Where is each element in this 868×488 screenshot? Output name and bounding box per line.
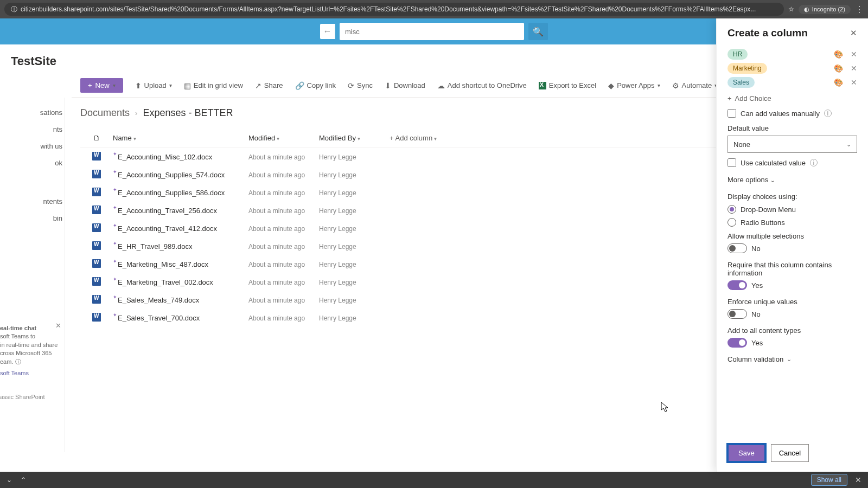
palette-icon[interactable]: 🎨 xyxy=(834,64,843,73)
column-header-modified[interactable]: Modified▾ xyxy=(248,134,319,142)
nav-item[interactable]: ntents xyxy=(0,193,65,210)
new-indicator-icon: ✦ xyxy=(113,294,117,300)
file-name[interactable]: E_Accounting_Supplies_574.docx xyxy=(118,171,225,179)
allow-multi-toggle[interactable] xyxy=(727,243,747,253)
file-type-icon-header[interactable]: 🗋 xyxy=(80,134,113,142)
add-shortcut-button[interactable]: ☁Add shortcut to OneDrive xyxy=(432,78,532,93)
file-name[interactable]: E_Accounting_Travel_256.docx xyxy=(118,207,217,215)
bookmark-star-icon[interactable]: ☆ xyxy=(788,5,794,13)
palette-icon[interactable]: 🎨 xyxy=(834,78,843,87)
modified-by-cell: Henry Legge xyxy=(319,171,390,179)
word-doc-icon xyxy=(92,152,101,160)
remove-choice-icon[interactable]: ✕ xyxy=(851,64,857,73)
share-button[interactable]: ↗Share xyxy=(250,78,289,93)
file-name[interactable]: E_HR_Travel_989.docx xyxy=(118,242,193,251)
chevron-right-icon: › xyxy=(135,109,137,117)
content-types-label: Add to all content types xyxy=(727,326,857,335)
incognito-icon: ◐ xyxy=(804,6,809,13)
nav-item[interactable]: with us xyxy=(0,138,65,155)
automate-button[interactable]: ⚙Automate▾ xyxy=(667,78,723,93)
calculated-value-checkbox[interactable] xyxy=(727,158,736,167)
classic-sharepoint-link[interactable]: assic SharePoint xyxy=(0,394,65,400)
browser-menu-icon[interactable]: ⋮ xyxy=(855,4,864,15)
unique-toggle[interactable] xyxy=(727,309,747,319)
new-indicator-icon: ✦ xyxy=(113,187,117,192)
more-options-toggle[interactable]: More options ⌄ xyxy=(727,176,857,184)
manual-values-checkbox[interactable] xyxy=(727,109,736,118)
file-name[interactable]: E_Accounting_Misc_102.docx xyxy=(118,153,212,161)
require-toggle[interactable] xyxy=(727,280,747,290)
copy-link-button[interactable]: 🔗Copy link xyxy=(290,78,341,93)
search-button[interactable]: 🔍 xyxy=(528,23,548,40)
breadcrumb-parent[interactable]: Documents xyxy=(80,107,130,119)
choice-pill[interactable]: Marketing xyxy=(727,63,767,74)
new-indicator-icon: ✦ xyxy=(113,169,117,175)
file-name[interactable]: E_Accounting_Travel_412.docx xyxy=(118,224,217,233)
radio-radiobuttons[interactable]: Radio Buttons xyxy=(727,218,857,227)
close-icon[interactable]: ✕ xyxy=(55,321,61,331)
file-name[interactable]: E_Marketing_Travel_002.docx xyxy=(118,278,213,286)
info-icon: ⓘ xyxy=(15,358,21,365)
add-teams-link[interactable]: soft Teams xyxy=(0,369,62,377)
edit-grid-button[interactable]: ▦Edit in grid view xyxy=(178,78,248,93)
modified-cell: About a minute ago xyxy=(248,171,319,179)
show-all-button[interactable]: Show all xyxy=(811,474,847,486)
column-validation-toggle[interactable]: Column validation⌄ xyxy=(727,355,857,363)
power-apps-button[interactable]: ◆Power Apps▾ xyxy=(603,78,665,93)
new-button[interactable]: + New ▾ xyxy=(80,78,123,93)
search-input[interactable]: misc xyxy=(340,23,524,40)
sync-button[interactable]: ⟳Sync xyxy=(342,78,378,93)
info-icon[interactable]: i xyxy=(810,159,818,166)
new-indicator-icon: ✦ xyxy=(113,277,117,282)
download-icon: ⬇ xyxy=(385,81,391,90)
remove-choice-icon[interactable]: ✕ xyxy=(851,50,857,59)
modified-cell: About a minute ago xyxy=(248,243,319,251)
modified-by-cell: Henry Legge xyxy=(319,297,390,304)
cancel-button[interactable]: Cancel xyxy=(771,444,809,462)
word-doc-icon xyxy=(92,206,101,214)
browser-chrome: ⓘ citizenbuilders.sharepoint.com/sites/T… xyxy=(0,0,868,18)
choice-pill[interactable]: Sales xyxy=(727,77,755,88)
modified-by-cell: Henry Legge xyxy=(319,189,390,197)
nav-item[interactable]: ok xyxy=(0,155,65,171)
nav-item[interactable]: sations xyxy=(0,104,65,121)
column-header-modified-by[interactable]: Modified By▾ xyxy=(319,134,390,142)
nav-item[interactable]: nts xyxy=(0,121,65,138)
word-doc-icon xyxy=(92,241,101,250)
modified-cell: About a minute ago xyxy=(248,279,319,286)
default-value-select[interactable]: None ⌄ xyxy=(727,136,857,153)
column-header-name[interactable]: Name▾ xyxy=(113,134,248,142)
palette-icon[interactable]: 🎨 xyxy=(834,50,843,59)
modified-by-cell: Henry Legge xyxy=(319,225,390,233)
save-button[interactable]: Save xyxy=(727,444,765,462)
close-shelf-button[interactable]: ✕ xyxy=(855,476,861,484)
file-name[interactable]: E_Sales_Travel_700.docx xyxy=(118,314,200,322)
create-column-panel: Create a column ✕ HR 🎨 ✕ Marketing 🎨 ✕ S… xyxy=(716,18,868,472)
chevron-down-icon: ⌄ xyxy=(770,177,775,183)
add-choice-button[interactable]: +Add Choice xyxy=(727,94,857,102)
url-bar[interactable]: ⓘ citizenbuilders.sharepoint.com/sites/T… xyxy=(4,3,784,16)
search-back-button[interactable]: ← xyxy=(320,24,335,39)
link-icon: 🔗 xyxy=(295,81,304,90)
modified-by-cell: Henry Legge xyxy=(319,314,390,322)
shelf-chevron-up-icon[interactable]: ⌃ xyxy=(21,476,26,484)
word-doc-icon xyxy=(92,223,101,232)
close-panel-button[interactable]: ✕ xyxy=(850,28,857,38)
modified-cell: About a minute ago xyxy=(248,207,319,215)
file-name[interactable]: E_Sales_Meals_749.docx xyxy=(118,296,199,304)
upload-button[interactable]: ⬆Upload▾ xyxy=(130,78,177,93)
content-types-toggle[interactable] xyxy=(727,338,747,348)
calculated-value-label: Use calculated value xyxy=(741,159,806,167)
shelf-chevron-down-icon[interactable]: ⌄ xyxy=(7,476,12,484)
download-button[interactable]: ⬇Download xyxy=(379,78,431,93)
file-name[interactable]: E_Accounting_Supplies_586.docx xyxy=(118,189,225,197)
incognito-badge[interactable]: ◐ Incognito (2) xyxy=(799,5,851,14)
nav-item[interactable]: bin xyxy=(0,210,65,227)
radio-dropdown[interactable]: Drop-Down Menu xyxy=(727,205,857,214)
choice-pill[interactable]: HR xyxy=(727,49,748,60)
add-column-button[interactable]: + Add column▾ xyxy=(390,134,455,142)
info-icon[interactable]: i xyxy=(824,110,832,117)
export-excel-button[interactable]: Export to Excel xyxy=(533,78,602,93)
file-name[interactable]: E_Marketing_Misc_487.docx xyxy=(118,260,208,268)
remove-choice-icon[interactable]: ✕ xyxy=(851,78,857,87)
